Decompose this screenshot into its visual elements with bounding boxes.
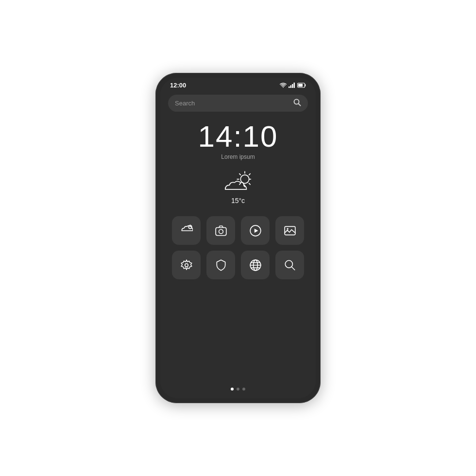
svg-rect-3 xyxy=(294,83,295,88)
search-icon[interactable] xyxy=(293,99,301,108)
weather-widget: 15°c xyxy=(168,170,308,204)
app-grid xyxy=(168,216,308,279)
svg-rect-5 xyxy=(298,84,303,87)
svg-point-25 xyxy=(185,263,188,267)
svg-point-20 xyxy=(219,229,223,234)
browser-app-icon[interactable] xyxy=(241,251,270,279)
page-dot-1 xyxy=(231,388,234,391)
settings-app-icon[interactable] xyxy=(172,251,201,279)
svg-marker-22 xyxy=(254,228,258,233)
clock-time: 14:10 xyxy=(198,121,278,152)
svg-rect-2 xyxy=(292,84,293,88)
clock-widget: 14:10 Lorem ipsum xyxy=(168,121,308,160)
search-app-icon[interactable] xyxy=(275,251,304,279)
page-dot-3 xyxy=(242,388,245,391)
svg-line-15 xyxy=(239,183,240,184)
svg-line-14 xyxy=(249,183,250,184)
gallery-app-icon[interactable] xyxy=(275,216,304,245)
status-icons xyxy=(280,83,306,88)
phone-screen: 12:00 xyxy=(160,78,316,398)
status-bar: 12:00 xyxy=(160,78,316,91)
search-placeholder: Search xyxy=(175,100,293,107)
svg-point-24 xyxy=(287,228,288,229)
svg-line-16 xyxy=(249,174,250,175)
svg-line-7 xyxy=(299,104,301,106)
svg-line-13 xyxy=(239,174,240,175)
weather-temperature: 15°c xyxy=(231,197,245,204)
svg-line-32 xyxy=(291,267,295,270)
svg-rect-19 xyxy=(216,227,226,235)
status-time: 12:00 xyxy=(170,82,186,89)
signal-icon xyxy=(289,83,295,88)
play-app-icon[interactable] xyxy=(241,216,270,245)
page-dots xyxy=(168,388,308,391)
search-bar[interactable]: Search xyxy=(168,95,308,112)
security-app-icon[interactable] xyxy=(206,251,235,279)
camera-app-icon[interactable] xyxy=(206,216,235,245)
clock-subtitle: Lorem ipsum xyxy=(221,153,255,160)
page-dot-2 xyxy=(237,388,239,391)
battery-icon xyxy=(297,83,306,88)
wifi-icon xyxy=(280,83,287,88)
phone-device: 12:00 xyxy=(155,73,321,403)
svg-rect-0 xyxy=(289,86,290,88)
main-screen: Search 14:10 Lorem ipsum xyxy=(160,91,316,398)
svg-rect-1 xyxy=(290,85,292,88)
weather-app-icon[interactable] xyxy=(172,216,201,245)
weather-icon xyxy=(221,170,255,197)
